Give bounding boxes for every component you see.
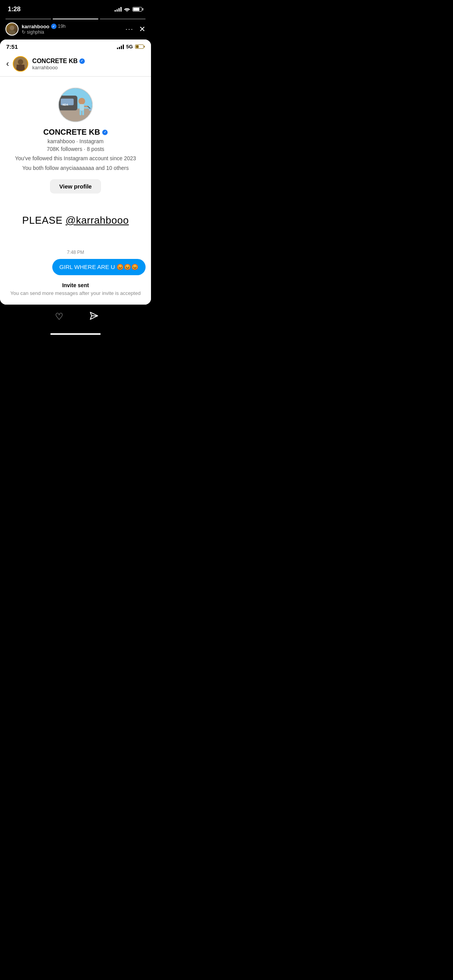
bottom-bar: ♡: [0, 305, 151, 330]
chat-verified-icon: ✓: [79, 58, 85, 64]
chat-header-username: karrahbooo: [32, 65, 145, 70]
story-avatar: [5, 22, 19, 36]
bubble-row: GIRL WHERE ARE U 😡😡😡: [0, 259, 151, 275]
back-button[interactable]: ‹: [6, 59, 9, 69]
status-bar: 1:28: [0, 0, 151, 16]
svg-point-0: [127, 11, 128, 12]
svg-point-1: [10, 26, 14, 30]
svg-text:NDA: NDA: [63, 103, 69, 106]
message-area: PLEASE @karrahbooo 7:48 PM GIRL WHERE AR…: [0, 203, 151, 305]
story-verified-icon: ✓: [51, 24, 57, 29]
home-indicator: [0, 330, 151, 339]
chat-header: ‹ CONCRETE KB ✓ karrahbooo: [0, 51, 151, 77]
svg-rect-15: [82, 110, 84, 115]
svg-rect-8: [59, 109, 92, 122]
profile-card: NDA CONCRETE KB ✓: [0, 77, 151, 203]
story-progress-bar-1: [5, 19, 51, 19]
heart-button[interactable]: ♡: [55, 311, 63, 322]
status-time: 1:28: [8, 5, 21, 13]
svg-point-2: [9, 30, 15, 35]
repost-icon: ↻: [22, 29, 27, 35]
battery-icon: [132, 7, 143, 12]
home-bar: [50, 333, 101, 335]
story-user-info: karrahbooo ✓ 19h ↻ sighphia: [5, 22, 66, 36]
profile-verified-icon: ✓: [102, 130, 108, 135]
inner-signal-icon: [117, 45, 124, 49]
profile-avatar-inner: NDA: [59, 88, 92, 122]
invite-title: Invite sent: [6, 282, 145, 288]
inner-time: 7:51: [6, 43, 18, 50]
message-timestamp: 7:48 PM: [0, 250, 151, 255]
chat-header-avatar: [13, 56, 28, 72]
invite-subtitle: You can send more messages after your in…: [6, 290, 145, 297]
inner-battery-icon: [135, 45, 145, 49]
view-profile-button[interactable]: View profile: [50, 179, 101, 194]
story-username-row: karrahbooo ✓ 19h: [22, 24, 66, 29]
chat-header-name: CONCRETE KB ✓: [32, 58, 145, 65]
svg-rect-6: [17, 65, 24, 71]
profile-avatar: NDA: [58, 87, 93, 122]
inner-status-bar: 7:51 5G: [0, 39, 151, 51]
svg-rect-13: [80, 104, 84, 111]
story-subtitle: ↻ sighphia: [22, 29, 66, 35]
story-progress: [5, 19, 146, 19]
main-content: 7:51 5G ‹: [0, 39, 151, 305]
send-button[interactable]: [84, 309, 99, 324]
story-progress-bar-3: [100, 19, 146, 19]
story-time: 19h: [58, 24, 66, 29]
please-message-container: PLEASE @karrahbooo: [0, 203, 151, 250]
profile-handle: karrahbooo · Instagram: [48, 138, 104, 144]
please-text: PLEASE @karrahbooo: [22, 214, 129, 226]
story-progress-bar-2: [53, 19, 98, 19]
story-top-row: karrahbooo ✓ 19h ↻ sighphia ··· ✕: [5, 22, 146, 36]
profile-stats: 708K followers · 8 posts: [47, 146, 105, 152]
mention-link[interactable]: @karrahbooo: [65, 214, 129, 226]
more-icon[interactable]: ···: [125, 25, 134, 33]
invite-section: Invite sent You can send more messages a…: [0, 281, 151, 298]
svg-point-4: [18, 59, 23, 65]
status-icons: [115, 7, 143, 12]
profile-followed-since: You've followed this Instagram account s…: [15, 154, 136, 163]
wifi-icon: [124, 7, 130, 12]
svg-point-12: [79, 98, 85, 105]
signal-icon: [115, 7, 122, 12]
profile-display-name: CONCRETE KB ✓: [43, 128, 108, 137]
story-user-text: karrahbooo ✓ 19h ↻ sighphia: [22, 24, 66, 35]
message-bubble: GIRL WHERE ARE U 😡😡😡: [52, 259, 146, 275]
profile-mutual: You both follow anyciaaaaaaa and 10 othe…: [22, 164, 129, 172]
svg-rect-14: [80, 110, 82, 115]
inner-5g-label: 5G: [126, 44, 133, 50]
story-header: karrahbooo ✓ 19h ↻ sighphia ··· ✕: [0, 16, 151, 39]
svg-point-18: [89, 109, 92, 111]
chat-header-info: CONCRETE KB ✓ karrahbooo: [32, 58, 145, 70]
close-icon[interactable]: ✕: [139, 24, 146, 34]
story-username: karrahbooo: [22, 24, 50, 29]
story-actions: ··· ✕: [125, 24, 146, 34]
inner-status-icons: 5G: [117, 44, 145, 50]
